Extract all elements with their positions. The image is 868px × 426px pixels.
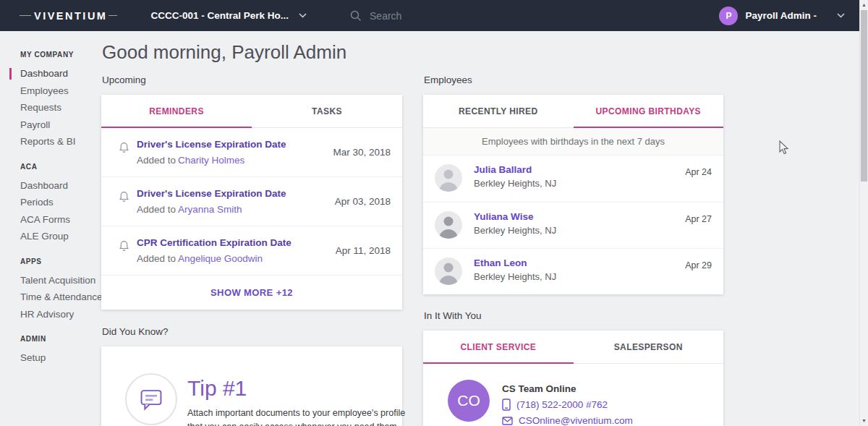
sidebar-section-admin: ADMIN Setup [20, 335, 101, 367]
sidebar-item-setup[interactable]: Setup [20, 349, 101, 367]
logo-wing-left [20, 15, 31, 16]
birthday-date: Apr 24 [685, 167, 712, 193]
sidebar-item-periods[interactable]: Periods [20, 194, 101, 211]
reminder-item[interactable]: Driver's License Expiration Date Added t… [101, 128, 402, 177]
contact-name: CS Team Online [502, 383, 633, 394]
sidebar-item-dashboard[interactable]: Dashboard [20, 65, 101, 82]
sidebar-item-aca-dashboard[interactable]: Dashboard [20, 177, 101, 195]
upcoming-card: REMINDERS TASKS Driver's License Expirat… [101, 95, 402, 310]
scrollbar-thumb[interactable] [861, 10, 867, 182]
sidebar-section-apps: APPS Talent Acquisition Time & Attendanc… [20, 257, 101, 323]
tab-salesperson[interactable]: SALESPERSON [574, 331, 724, 363]
sidebar-item-time-attendance[interactable]: Time & Attendance [20, 289, 101, 306]
sidebar-header-aca: ACA [20, 163, 101, 171]
bell-icon [118, 189, 130, 215]
scroll-down-arrow[interactable]: ▼ [860, 417, 868, 425]
birthday-date: Apr 27 [685, 214, 712, 239]
birthdays-banner: Employees with birthdays in the next 7 d… [423, 128, 723, 156]
reminder-subtitle: Added toAngelique Goodwin [137, 253, 292, 264]
employee-row[interactable]: Ethan Leon Berkley Heights, NJ Apr 29 [423, 248, 723, 294]
employee-photo [435, 164, 462, 192]
birthday-date: Apr 29 [685, 260, 712, 286]
added-to-text: Added to [137, 204, 176, 215]
scroll-up-arrow[interactable]: ▲ [860, 1, 868, 9]
reminder-title[interactable]: Driver's License Expiration Date [137, 139, 286, 150]
employee-link[interactable]: Charity Holmes [178, 155, 244, 166]
sidebar-item-talent-acquisition[interactable]: Talent Acquisition [20, 272, 101, 289]
search-field [350, 10, 500, 22]
reminder-subtitle: Added toAryanna Smith [137, 204, 286, 215]
in-it-with-you-card: CLIENT SERVICE SALESPERSON CO CS Team On… [423, 331, 723, 426]
vertical-scrollbar[interactable]: ▲ ▼ [859, 0, 868, 426]
sidebar-item-ale-group[interactable]: ALE Group [20, 228, 101, 245]
sidebar-header-apps: APPS [20, 257, 101, 265]
speech-bubble-icon [137, 385, 165, 413]
tab-client-service[interactable]: CLIENT SERVICE [423, 331, 574, 363]
employee-photo [435, 257, 462, 285]
did-you-know-card: Tip #1 Attach important documents to you… [101, 346, 402, 426]
tab-tasks[interactable]: TASKS [252, 95, 402, 127]
user-name: Payroll Admin - [745, 10, 817, 21]
reminder-item[interactable]: Driver's License Expiration Date Added t… [101, 177, 402, 226]
sidebar-header-my-company: MY COMPANY [20, 51, 101, 59]
envelope-icon [502, 417, 513, 425]
employees-card: RECENTLY HIRED UPCOMING BIRTHDAYS Employ… [423, 95, 723, 294]
tip-bubble-badge [125, 373, 177, 425]
search-icon [350, 10, 362, 22]
viventium-logo: VIVENTIUM [20, 10, 117, 22]
tab-recently-hired[interactable]: RECENTLY HIRED [423, 95, 574, 127]
chevron-down-icon [837, 13, 845, 18]
reminder-date: Mar 30, 2018 [326, 147, 391, 158]
phone-icon [502, 399, 511, 411]
logo-text: VIVENTIUM [34, 10, 107, 22]
reminder-title[interactable]: Driver's License Expiration Date [137, 188, 286, 199]
in-it-with-you-section-label: In It With You [424, 310, 482, 321]
show-more-button[interactable]: SHOW MORE +12 [101, 276, 402, 310]
top-navbar: VIVENTIUM CCCC-001 - Central Perk Ho... … [0, 0, 868, 31]
tab-reminders[interactable]: REMINDERS [101, 95, 252, 127]
employees-tabs: RECENTLY HIRED UPCOMING BIRTHDAYS [423, 95, 723, 128]
employee-row[interactable]: Yuliana Wise Berkley Heights, NJ Apr 27 [423, 202, 723, 248]
employee-location: Berkley Heights, NJ [474, 271, 556, 282]
tip-text: Attach important documents to your emplo… [187, 406, 412, 426]
sidebar: MY COMPANY Dashboard Employees Requests … [0, 31, 101, 379]
contact-phone-link[interactable]: (718) 522-2000 #762 [502, 399, 633, 411]
contact-avatar: CO [448, 380, 490, 422]
employee-photo [435, 211, 462, 239]
in-it-with-you-tabs: CLIENT SERVICE SALESPERSON [423, 331, 723, 364]
reminder-subtitle: Added toCharity Holmes [137, 155, 286, 166]
logo-wing-right [109, 15, 117, 16]
sidebar-item-employees[interactable]: Employees [20, 82, 101, 100]
sidebar-item-payroll[interactable]: Payroll [20, 116, 101, 134]
user-menu[interactable]: P Payroll Admin - [719, 7, 845, 25]
client-service-contact: CO CS Team Online (718) 522-2000 #762 CS… [423, 364, 723, 426]
reminder-date: Apr 03, 2018 [328, 196, 391, 207]
sidebar-item-requests[interactable]: Requests [20, 99, 101, 116]
sidebar-item-reports-bi[interactable]: Reports & BI [20, 133, 101, 150]
sidebar-section-my-company: MY COMPANY Dashboard Employees Requests … [20, 51, 101, 150]
tab-upcoming-birthdays[interactable]: UPCOMING BIRTHDAYS [574, 95, 724, 127]
sidebar-item-aca-forms[interactable]: ACA Forms [20, 211, 101, 229]
chevron-down-icon [299, 13, 307, 18]
employee-location: Berkley Heights, NJ [474, 225, 556, 236]
tip-title: Tip #1 [187, 376, 247, 401]
employee-row[interactable]: Julia Ballard Berkley Heights, NJ Apr 24 [423, 156, 723, 202]
mouse-cursor [779, 140, 790, 158]
employee-link[interactable]: Angelique Goodwin [178, 253, 263, 264]
company-selector-label: CCCC-001 - Central Perk Ho... [150, 10, 289, 21]
employee-name-link[interactable]: Julia Ballard [474, 164, 556, 175]
bell-icon [118, 239, 130, 264]
reminder-item[interactable]: CPR Certification Expiration Date Added … [101, 226, 402, 276]
contact-email-link[interactable]: CSOnline@viventium.com [502, 415, 633, 426]
did-you-know-section-label: Did You Know? [102, 326, 169, 337]
sidebar-item-hr-advisory[interactable]: HR Advisory [20, 306, 101, 323]
company-selector[interactable]: CCCC-001 - Central Perk Ho... [150, 10, 307, 21]
employee-name-link[interactable]: Yuliana Wise [474, 211, 556, 222]
sidebar-header-admin: ADMIN [20, 335, 101, 343]
contact-email-text: CSOnline@viventium.com [519, 415, 633, 426]
search-input[interactable] [370, 10, 500, 22]
user-avatar: P [719, 7, 738, 25]
employee-name-link[interactable]: Ethan Leon [474, 257, 556, 268]
reminder-title[interactable]: CPR Certification Expiration Date [137, 237, 292, 248]
employee-link[interactable]: Aryanna Smith [178, 204, 242, 215]
